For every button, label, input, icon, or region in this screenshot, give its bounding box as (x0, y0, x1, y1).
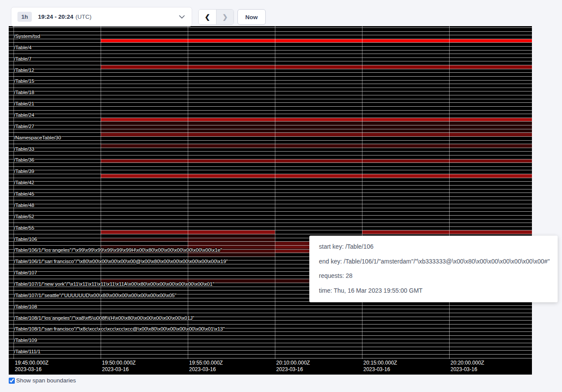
cell-tooltip: start key: /Table/106end key: /Table/106… (309, 236, 558, 302)
row-key-label: /Table/55 (14, 225, 34, 230)
time-preset-badge: 1h (17, 12, 32, 22)
row-key-label: /Table/33 (14, 146, 34, 152)
axis-tick-date: 2023-03-16 (276, 366, 310, 373)
row-key-label: /Table/107 (14, 270, 37, 275)
span-boundary-hline (9, 215, 532, 216)
span-boundary-hline (9, 200, 532, 200)
heat-band-segment[interactable] (101, 159, 532, 163)
span-boundary-hline (9, 35, 532, 35)
row-key-label: /Table/42 (14, 180, 34, 185)
row-key-label: /Table/15 (14, 78, 34, 84)
span-boundary-hline (9, 76, 532, 77)
time-range-picker[interactable]: 1h 19:24 - 20:24 (UTC) (11, 7, 192, 27)
span-boundary-hline (9, 313, 532, 313)
time-boundary-vline (101, 26, 101, 359)
span-boundary-hline (9, 46, 532, 47)
span-boundary-hline (9, 335, 532, 336)
row-key-label: /Table/106/1/"los angeles"/"\x99\x99\x99… (14, 247, 222, 253)
span-boundary-hline (9, 189, 532, 189)
now-button[interactable]: Now (237, 9, 266, 25)
tooltip-line: requests: 28 (319, 269, 552, 284)
span-boundary-hline (9, 211, 532, 212)
show-span-boundaries-control[interactable]: Show span boundaries (9, 377, 76, 384)
row-key-label: /Table/48 (14, 203, 34, 208)
span-boundary-hline (9, 358, 532, 358)
axis-tick-label: 19:50:00.000Z2023-03-16 (102, 360, 135, 372)
row-key-label: /Table/45 (14, 191, 34, 196)
show-span-boundaries-checkbox[interactable] (9, 378, 15, 384)
axis-tick-time: 20:15:00.000Z (363, 360, 397, 366)
heat-band-segment[interactable] (188, 253, 275, 257)
span-boundary-hline (9, 155, 532, 155)
axis-tick-label: 20:15:00.000Z2023-03-16 (363, 360, 397, 372)
span-boundary-hline (9, 151, 532, 152)
next-range-button[interactable]: ❯ (216, 10, 234, 24)
span-boundary-hline (9, 114, 532, 114)
axis-tick-time: 19:55:00.000Z (189, 360, 223, 366)
time-nav-group: ❮ ❯ (198, 9, 234, 25)
row-key-label: /Table/36 (14, 157, 34, 162)
prev-range-button[interactable]: ❮ (199, 10, 216, 24)
heat-band-segment[interactable] (101, 133, 532, 136)
tooltip-line: start key: /Table/106 (319, 240, 552, 254)
span-boundary-hline (9, 102, 532, 103)
span-boundary-hline (9, 350, 532, 351)
span-boundary-hline (9, 181, 532, 182)
span-boundary-hline (9, 42, 532, 43)
axis-tick-label: 20:20:00.000Z2023-03-16 (450, 360, 484, 372)
time-boundary-vline (188, 26, 188, 359)
axis-tick-date: 2023-03-16 (102, 366, 135, 373)
span-boundary-hline (9, 50, 532, 51)
span-boundary-hline (9, 178, 532, 178)
span-boundary-hline (9, 61, 532, 61)
span-boundary-hline (9, 166, 532, 167)
heat-band-segment[interactable] (101, 174, 532, 178)
row-key-label: /Table/108/1/"san francisco"/"\x8c\xcc\x… (14, 326, 225, 331)
heat-band-segment[interactable] (101, 65, 532, 69)
time-boundary-vline (275, 26, 275, 359)
heat-band-segment[interactable] (101, 238, 188, 242)
axis-tick-time: 19:45:00.000Z (15, 360, 48, 366)
span-boundary-hline (9, 57, 532, 58)
key-visualizer-canvas[interactable]: /System/tsd/Table/4/Table/7/Table/12/Tab… (9, 26, 532, 375)
heat-band-segment[interactable] (188, 242, 275, 245)
row-key-label: /Table/106/1/"san francisco"/"\x80\x00\x… (14, 259, 228, 264)
row-key-label: /Table/18 (14, 90, 34, 95)
row-key-label: /Table/108 (14, 304, 37, 309)
span-boundary-hline (9, 88, 532, 88)
span-boundary-hline (9, 80, 532, 81)
heat-band-segment[interactable] (101, 118, 532, 122)
heat-band-segment[interactable] (101, 144, 532, 148)
heat-band-segment[interactable] (101, 129, 532, 133)
row-key-label: /Table/107/1/"new york"/"\x11\x11\x11\x1… (14, 281, 214, 287)
span-boundary-hline (9, 193, 532, 193)
chevron-left-icon: ❮ (205, 13, 210, 21)
span-boundary-hline (9, 72, 532, 73)
axis-tick-time: 20:20:00.000Z (450, 360, 484, 366)
row-key-label: /Table/21 (14, 101, 34, 106)
row-key-label: /Table/7 (14, 56, 31, 61)
time-range-label: 19:24 - 20:24 (38, 14, 73, 20)
heat-band-segment[interactable] (188, 238, 275, 242)
span-boundary-hline (9, 54, 532, 54)
row-key-label: /Table/12 (14, 68, 34, 73)
span-boundary-hline (9, 136, 532, 137)
heat-band-segment[interactable] (101, 122, 532, 125)
span-boundary-hline (9, 95, 532, 95)
row-key-label: /Table/108/1/"los angeles"/"\xa8\xf5\u00… (14, 315, 194, 321)
show-span-boundaries-label: Show span boundaries (16, 377, 76, 384)
timezone-label: (UTC) (75, 14, 91, 20)
span-boundary-hline (9, 31, 532, 32)
heat-band-segment[interactable] (101, 39, 532, 43)
heat-band-segment[interactable] (188, 234, 275, 238)
span-boundary-hline (9, 91, 532, 91)
row-key-label: /Table/111/1 (14, 349, 41, 354)
row-key-label: /Table/107/1/"seattle"/"UUUUUUD\x00\x80\… (14, 293, 176, 298)
axis-tick-date: 2023-03-16 (450, 366, 484, 373)
heat-band-segment[interactable] (362, 230, 532, 234)
row-key-label: /Table/4 (14, 45, 31, 50)
span-boundary-hline (9, 339, 532, 339)
span-boundary-hline (9, 354, 532, 355)
heat-band-segment[interactable] (101, 125, 532, 129)
tooltip-line: time: Thu, 16 Mar 2023 19:55:00 GMT (319, 284, 552, 298)
